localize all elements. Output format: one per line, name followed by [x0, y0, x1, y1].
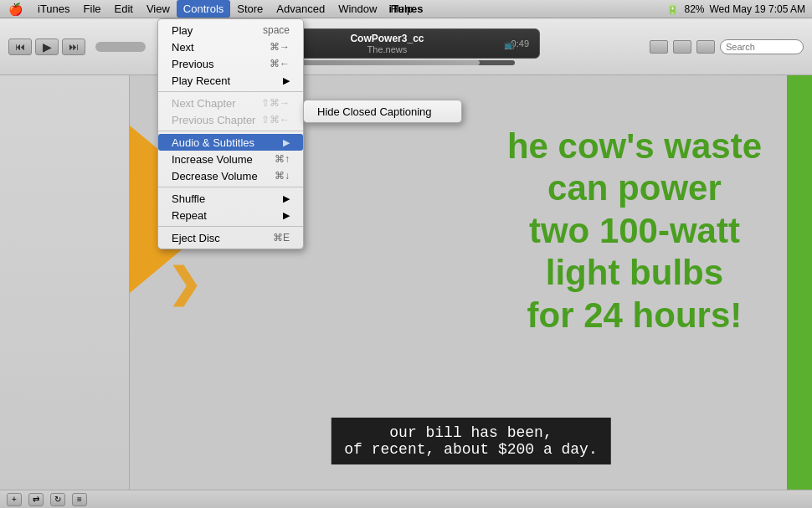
next-shortcut: ⌘→: [270, 41, 290, 53]
controls-menu[interactable]: Play space Next ⌘→ Previous ⌘← Play Rece…: [157, 18, 304, 249]
menu-next-chapter: Next Chapter ⇧⌘→: [158, 95, 303, 111]
progress-fill: [280, 60, 480, 65]
separator-2: [158, 131, 303, 131]
menu-repeat[interactable]: Repeat ▶: [158, 207, 303, 223]
next-chapter-label: Next Chapter: [172, 97, 236, 110]
next-chapter-shortcut: ⇧⌘→: [261, 97, 290, 109]
menu-view[interactable]: View: [140, 0, 177, 18]
menu-next[interactable]: Next ⌘→: [158, 38, 303, 55]
hide-closed-captioning[interactable]: Hide Closed Captioning: [304, 103, 461, 120]
hide-cc-label: Hide Closed Captioning: [317, 105, 432, 118]
video-line-3: two 100-watt: [507, 210, 762, 252]
play-shortcut: space: [263, 24, 290, 36]
decrease-volume-label: Decrease Volume: [172, 170, 258, 182]
menu-previous[interactable]: Previous ⌘←: [158, 55, 303, 72]
menu-shuffle[interactable]: Shuffle ▶: [158, 190, 303, 207]
progress-bar[interactable]: [280, 60, 515, 65]
menu-audio-subtitles[interactable]: Audio & Subtitles ▶: [158, 134, 303, 151]
menu-advanced[interactable]: Advanced: [270, 0, 331, 18]
play-pause-button[interactable]: ▶: [35, 38, 59, 55]
menu-controls[interactable]: Controls: [177, 0, 230, 18]
eject-disc-label: Eject Disc: [172, 232, 220, 244]
battery-icon: 🔋: [666, 3, 679, 15]
subtitle-line2: of recent, about $200 a day.: [344, 441, 597, 458]
separator-1: [158, 91, 303, 92]
play-label: Play: [172, 24, 193, 37]
separator-3: [158, 187, 303, 187]
menu-eject-disc[interactable]: Eject Disc ⌘E: [158, 229, 303, 246]
menu-previous-chapter: Previous Chapter ⇧⌘←: [158, 111, 303, 128]
menu-decrease-volume[interactable]: Decrease Volume ⌘↓: [158, 167, 303, 184]
search-input[interactable]: [720, 39, 804, 54]
menu-play[interactable]: Play space: [158, 22, 303, 38]
eject-shortcut: ⌘E: [273, 232, 290, 244]
increase-volume-shortcut: ⌘↑: [275, 153, 290, 165]
previous-chapter-shortcut: ⇧⌘←: [261, 114, 290, 126]
play-recent-label: Play Recent: [172, 74, 230, 87]
add-button[interactable]: +: [7, 493, 22, 506]
shuffle-button[interactable]: ⇄: [28, 493, 44, 506]
toolbar-right: [650, 39, 804, 54]
menu-file[interactable]: File: [77, 0, 108, 18]
apple-menu[interactable]: 🍎: [0, 3, 31, 16]
menu-items: iTunes File Edit View Controls Store Adv…: [31, 0, 419, 18]
separator-4: [158, 226, 303, 227]
menu-increase-volume[interactable]: Increase Volume ⌘↑: [158, 151, 303, 167]
increase-volume-label: Increase Volume: [172, 153, 253, 166]
view-list-button[interactable]: ≡: [72, 493, 87, 506]
track-name: CowPower3_cc: [350, 33, 424, 44]
shuffle-label: Shuffle: [172, 192, 205, 205]
battery-level: 82%: [684, 3, 704, 15]
chevron-icon: ❯: [163, 249, 205, 316]
video-line-2: can power: [507, 167, 762, 209]
menu-edit[interactable]: Edit: [108, 0, 140, 18]
status-bar: + ⇄ ↻ ≡: [0, 490, 812, 508]
play-recent-arrow: ▶: [283, 75, 290, 86]
menu-play-recent[interactable]: Play Recent ▶: [158, 72, 303, 89]
video-line-4: light bulbs: [507, 252, 762, 294]
transport-controls: ⏮ ▶ ⏭: [8, 38, 85, 55]
toolbar: ⏮ ▶ ⏭ CowPower3_cc The.news -0:49 📺: [0, 18, 812, 75]
menu-bar: 🍎 iTunes File Edit View Controls Store A…: [0, 0, 812, 18]
previous-chapter-label: Previous Chapter: [172, 114, 255, 126]
repeat-button[interactable]: ↻: [50, 493, 65, 506]
sidebar: [0, 75, 130, 490]
menu-itunes[interactable]: iTunes: [31, 0, 77, 18]
subtitle-line1: our bill has been,: [389, 424, 552, 441]
audio-subtitles-submenu[interactable]: Hide Closed Captioning: [303, 100, 462, 123]
track-artist: The.news: [367, 44, 408, 54]
rewind-button[interactable]: ⏮: [8, 38, 32, 55]
previous-shortcut: ⌘←: [270, 58, 290, 69]
shuffle-arrow: ▶: [283, 193, 290, 204]
menu-window[interactable]: Window: [331, 0, 383, 18]
volume-slider[interactable]: [95, 42, 146, 52]
green-bar-right: [787, 75, 812, 490]
repeat-label: Repeat: [172, 209, 207, 222]
video-line-1: he cow's waste: [507, 126, 762, 167]
repeat-arrow: ▶: [283, 210, 290, 221]
next-label: Next: [172, 41, 194, 54]
clock: Wed May 19 7:05 AM: [709, 3, 805, 15]
menubar-right: 🔋 82% Wed May 19 7:05 AM: [666, 3, 812, 15]
previous-label: Previous: [172, 58, 214, 70]
audio-subtitles-label: Audio & Subtitles: [172, 136, 254, 149]
audio-subtitles-arrow: ▶: [283, 137, 290, 148]
decrease-volume-shortcut: ⌘↓: [275, 170, 290, 182]
video-text: he cow's waste can power two 100-watt li…: [507, 126, 762, 336]
list-view-btn[interactable]: [650, 40, 668, 54]
fast-forward-button[interactable]: ⏭: [62, 38, 85, 55]
airplay-icon[interactable]: 📺: [504, 39, 514, 49]
grid-view-btn[interactable]: [673, 40, 691, 54]
app-title: iTunes: [389, 3, 424, 15]
coverflow-view-btn[interactable]: [696, 40, 715, 54]
video-subtitle: our bill has been, of recent, about $200…: [331, 418, 610, 464]
menu-store[interactable]: Store: [230, 0, 270, 18]
video-line-5: for 24 hours!: [507, 295, 762, 336]
